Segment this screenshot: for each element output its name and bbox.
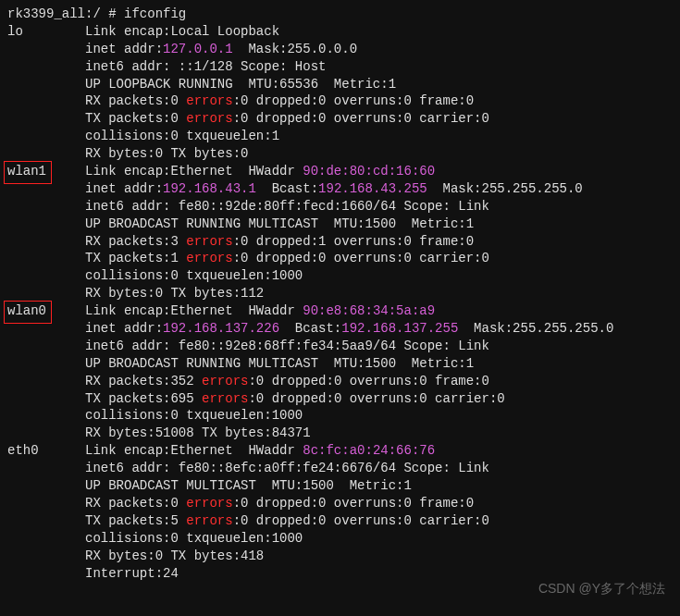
iface-wlan1-bcast: 192.168.43.255 [318, 181, 427, 196]
iface-eth0-label: eth0 [7, 442, 39, 460]
iface-wlan1-hwaddr: 90:de:80:cd:16:60 [303, 164, 435, 179]
iface-wlan0-label: wlan0 [7, 302, 46, 320]
iface-eth0-tx-errors-label: errors [186, 513, 232, 528]
iface-wlan0-hwaddr: 90:e8:68:34:5a:a9 [303, 303, 435, 318]
iface-wlan1-label: wlan1 [7, 163, 46, 180]
iface-wlan1-inet: 192.168.43.1 [163, 181, 256, 196]
iface-lo-tx-errors-label: errors [186, 111, 232, 126]
iface-wlan0-bcast: 192.168.137.255 [341, 321, 458, 336]
terminal-output: rk3399_all:/ # ifconfiglo Link encap:Loc… [7, 6, 673, 582]
iface-lo-inet: 127.0.0.1 [163, 42, 233, 56]
shell-prompt[interactable]: rk3399_all:/ # ifconfig [7, 6, 186, 21]
iface-wlan0-inet: 192.168.137.226 [163, 321, 279, 336]
iface-wlan0-rx-errors-label: errors [202, 374, 248, 388]
iface-wlan1-rx-errors-label: errors [186, 234, 232, 249]
iface-lo-label: lo [7, 23, 23, 41]
iface-eth0-hwaddr: 8c:fc:a0:24:66:76 [303, 443, 435, 458]
iface-eth0-rx-errors-label: errors [186, 496, 232, 511]
iface-wlan0-tx-errors-label: errors [202, 391, 248, 406]
iface-wlan1-tx-errors-label: errors [186, 251, 232, 265]
iface-lo-rx-errors-label: errors [186, 93, 232, 108]
